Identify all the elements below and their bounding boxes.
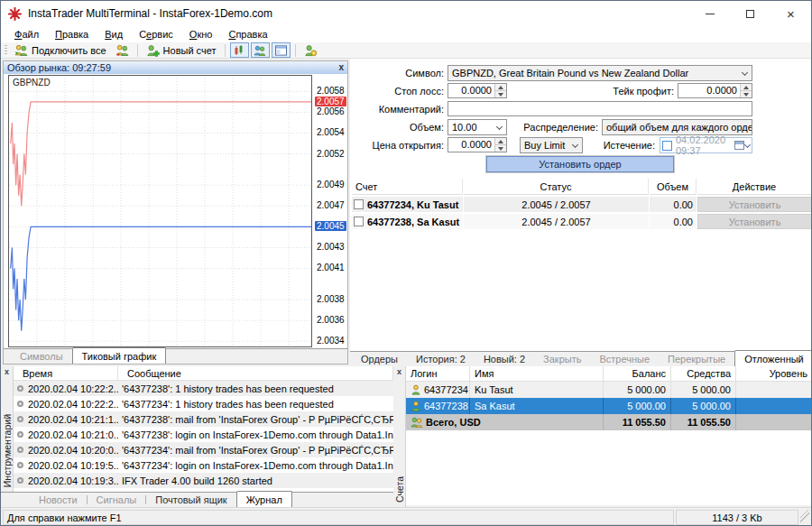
accounts-view-toggle-button[interactable]: [251, 42, 270, 58]
toolbox-toggle-button[interactable]: [272, 42, 291, 58]
menu-help[interactable]: Справка: [220, 28, 275, 41]
menu-view[interactable]: Вид: [97, 28, 131, 41]
tab-tick-chart[interactable]: Тиковый график: [72, 347, 167, 364]
column-header-status[interactable]: Статус: [464, 179, 649, 195]
tick-chart-plot[interactable]: GBPNZD: [8, 75, 312, 347]
symbol-select[interactable]: GBPNZD, Great Britain Pound vs New Zeala…: [448, 65, 752, 81]
distribution-value: общий объем для каждого ордера: [606, 122, 752, 133]
stop-loss-value[interactable]: 0.0000: [448, 84, 494, 97]
chevron-down-icon[interactable]: [738, 66, 752, 80]
expert-settings-button[interactable]: [300, 42, 321, 58]
tick-chart-area: GBPNZD 2.00582.00562.00542.00522.00492.0…: [4, 74, 347, 348]
tab-history[interactable]: История: 2: [407, 352, 475, 366]
maximize-button[interactable]: [730, 1, 770, 26]
tab-counter[interactable]: Встречные: [590, 352, 659, 366]
row-checkbox[interactable]: [354, 217, 364, 226]
chevron-down-icon[interactable]: [744, 141, 751, 147]
account-row-selected[interactable]: 64377238 Sa Kasut 5 000.00 5 000.00: [406, 398, 812, 414]
tab-close[interactable]: Закрыть: [534, 352, 590, 366]
tab-new[interactable]: Новый: 2: [475, 352, 534, 366]
tab-mailbox[interactable]: Почтовый ящик: [146, 493, 235, 507]
take-profit-value[interactable]: 0.0000: [678, 84, 740, 97]
column-header-balance[interactable]: Баланс: [604, 366, 671, 381]
stop-loss-stepper[interactable]: 0.0000: [448, 83, 507, 98]
person-plus-icon: [146, 44, 160, 57]
market-watch-header[interactable]: Обзор рынка: 09:27:59 x: [4, 61, 347, 74]
place-order-button[interactable]: Установить ордер: [486, 156, 674, 172]
open-price-value[interactable]: 0.0000: [448, 138, 494, 152]
table-row-account-cell[interactable]: 64377238, Sa Kasut: [352, 214, 463, 229]
comment-input[interactable]: [448, 101, 752, 116]
journal-row[interactable]: 2020.02.04 10:19:5...'64377234': login o…: [14, 457, 393, 473]
total-level: [736, 414, 812, 430]
journal-row[interactable]: 2020.02.04 10:20:0...'64377234': mail fr…: [14, 442, 393, 457]
account-row[interactable]: 64377234 Ku Tasut 5 000.00 5 000.00: [406, 382, 812, 398]
menu-service[interactable]: Сервис: [131, 28, 181, 41]
expiration-checkbox[interactable]: [662, 141, 672, 151]
open-price-stepper[interactable]: 0.0000: [448, 137, 507, 152]
spinner-buttons[interactable]: [494, 84, 506, 97]
tab-news[interactable]: Новости: [30, 493, 87, 507]
column-header-action[interactable]: Действие: [697, 179, 812, 195]
menu-window[interactable]: Окно: [181, 28, 221, 41]
distribution-label: Распределение:: [504, 121, 598, 134]
column-header-account[interactable]: Счет: [352, 179, 463, 195]
menu-edit[interactable]: Правка: [47, 28, 97, 41]
accounts-close-icon[interactable]: x: [397, 367, 401, 376]
table-row-account-cell[interactable]: 64377234, Ku Tasut: [352, 197, 463, 212]
column-header-login[interactable]: Логин: [406, 366, 470, 381]
bottom-area: x Инструментарий Время Сообщение 2020.02…: [1, 366, 811, 507]
column-header-volume[interactable]: Объем: [650, 179, 697, 195]
journal-row[interactable]: 2020.02.04 10:22:2...'64377238': 1 histo…: [14, 381, 393, 396]
person-icon: [411, 401, 421, 411]
window-panels-icon: [275, 45, 287, 56]
new-account-button[interactable]: Новый счет: [143, 42, 220, 58]
column-header-equity[interactable]: Средства: [671, 366, 736, 381]
journal-row[interactable]: 2020.02.04 10:21:1...'64377238': mail fr…: [14, 411, 393, 427]
spinner-buttons[interactable]: [740, 84, 752, 97]
close-button[interactable]: ×: [770, 1, 811, 26]
row-checkbox[interactable]: [354, 199, 364, 209]
account-equity: 5 000.00: [671, 382, 736, 398]
resize-grip[interactable]: [800, 510, 809, 525]
take-profit-stepper[interactable]: 0.0000: [678, 83, 752, 98]
price-tick: 2.0052: [317, 149, 345, 159]
market-watch-close-icon[interactable]: x: [338, 63, 344, 72]
symbol-label: Символ:: [350, 67, 444, 79]
tab-overlapped[interactable]: Перекрытые: [659, 352, 734, 366]
journal-row[interactable]: 2020.02.04 10:19:3...IFX Trader 4.00 bui…: [14, 473, 393, 488]
people-icon: [254, 45, 266, 56]
table-row-action-cell: Установить: [697, 214, 812, 229]
accounts-strip: x Счета: [393, 366, 406, 507]
minimize-button[interactable]: [689, 1, 730, 26]
tab-signals[interactable]: Сигналы: [88, 493, 146, 507]
journal-row[interactable]: 2020.02.04 10:21:0...'64377238': login o…: [14, 427, 393, 442]
tab-journal[interactable]: Журнал: [236, 491, 292, 507]
distribution-select[interactable]: общий объем для каждого ордера: [602, 119, 752, 135]
tab-orders[interactable]: Ордеры: [352, 352, 407, 366]
column-header-time[interactable]: Время: [14, 366, 118, 380]
take-profit-label: Тейк профит:: [580, 85, 674, 97]
disconnect-all-button[interactable]: [112, 42, 133, 58]
column-header-message[interactable]: Сообщение: [118, 366, 393, 380]
log-time: 2020.02.04 10:19:3...: [28, 475, 118, 486]
toolbox-strip-label: Инструментарий: [2, 414, 13, 487]
calendar-icon[interactable]: [734, 141, 744, 150]
total-equity: 11 055.50: [671, 414, 736, 430]
toolbar-grip[interactable]: [5, 45, 7, 56]
menu-file[interactable]: Файл: [6, 28, 47, 41]
toolbox-close-icon[interactable]: x: [5, 367, 9, 376]
set-order-button[interactable]: Установить: [697, 214, 812, 229]
set-order-button[interactable]: Установить: [697, 197, 812, 212]
market-watch-toggle-button[interactable]: [230, 42, 249, 58]
volume-select[interactable]: 10.00: [448, 119, 507, 135]
column-header-name[interactable]: Имя: [470, 366, 604, 381]
journal-row[interactable]: 2020.02.04 10:22:2...'64377234': 1 histo…: [14, 396, 393, 411]
price-tick: 2.0047: [317, 200, 345, 210]
connect-all-button[interactable]: Подключить все: [11, 42, 110, 58]
column-header-level[interactable]: Уровень: [736, 366, 812, 381]
tab-pending[interactable]: Отложенный: [734, 350, 812, 366]
spinner-buttons[interactable]: [494, 138, 506, 152]
expiration-field[interactable]: 04.02.2020 09:37: [660, 137, 752, 153]
tab-symbols[interactable]: Символы: [11, 349, 72, 364]
